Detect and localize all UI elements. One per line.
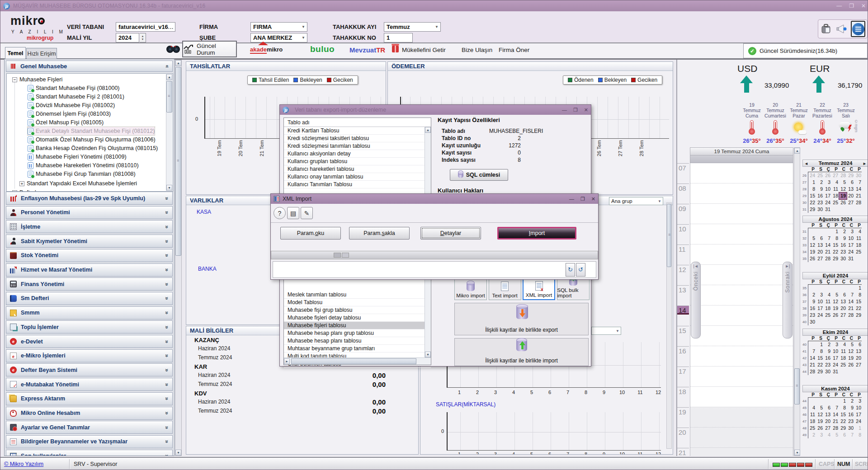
mevzuattr-logo[interactable]: MevzuatTR <box>349 46 385 54</box>
sidebar-scrollbar[interactable]: ▲ ▼ <box>175 60 182 456</box>
calendar-day[interactable]: 20 <box>816 249 824 255</box>
calendar-day[interactable]: 27 <box>816 255 824 262</box>
calendar-day[interactable]: 31 <box>847 255 854 262</box>
scroll-down-icon[interactable]: ▼ <box>794 450 800 456</box>
sidebar-item-stok-y-netimi[interactable]: Stok Yönetimi» <box>6 249 173 262</box>
calendar-day[interactable]: 28 <box>847 312 854 319</box>
calendar-day[interactable]: 9 <box>816 186 824 193</box>
table-row[interactable]: Kullanıcı aksiyonları detay <box>284 150 431 158</box>
calendar-day[interactable]: 29 <box>831 255 839 262</box>
calendar-day[interactable]: 20 <box>854 355 862 362</box>
table-row[interactable]: Model Tablosu <box>284 299 431 306</box>
calendar-day[interactable]: 25 <box>839 362 847 368</box>
help-button[interactable]: ? <box>274 207 286 219</box>
calendar-day[interactable]: 10 <box>816 298 824 305</box>
calendar-day[interactable]: 27 <box>831 172 839 179</box>
calendar-day[interactable]: 22 <box>831 249 839 255</box>
browse-button[interactable]: ... <box>168 24 174 30</box>
schedule-hour-row[interactable] <box>690 346 793 367</box>
calendar-month-title[interactable]: Ağustos 2024 <box>802 216 868 223</box>
calendar-day[interactable]: 12 <box>839 186 847 193</box>
calendar-day[interactable]: 9 <box>847 404 854 411</box>
calendar-day[interactable]: 18 <box>831 193 839 199</box>
schedule-hour-row[interactable] <box>690 326 793 346</box>
table-row[interactable]: Kullanıcı hareketleri tablosu <box>284 165 431 173</box>
calendar-day[interactable]: 11 <box>824 298 831 305</box>
calendar-day[interactable]: 24 <box>808 172 816 179</box>
sube-select[interactable]: ANA MERKEZ▼ <box>250 33 307 42</box>
dialog-titlebar[interactable]: µ Veri tabanı export-import-düzenleme — … <box>280 105 591 115</box>
sidebar-item-enflasyon-muhasebesi-ias-29-ve-spk-uyumlu-[interactable]: Enflasyon Muhasebesi (Ias-29 ve Spk Uyum… <box>6 192 173 205</box>
calendar-day[interactable]: 10 <box>824 186 831 193</box>
table-row[interactable]: Muhasebe hesap planı grup tablosu <box>284 329 431 337</box>
redo-button[interactable]: ↻ <box>566 263 575 277</box>
buluo-logo[interactable]: buluo <box>310 44 335 54</box>
table-row[interactable]: Kullanıcı onay tanımları tablosu <box>284 173 431 181</box>
schedule-hour-row[interactable] <box>690 407 793 428</box>
scroll-down-icon[interactable]: ▼ <box>175 450 181 456</box>
undo-button[interactable]: ↺ <box>576 263 585 277</box>
calendar-day[interactable]: 1 <box>854 285 862 291</box>
schedule-prev-button[interactable]: |◄Önceki <box>691 262 701 338</box>
calendar-day[interactable]: 16 <box>808 305 816 312</box>
table-row[interactable]: Muhasebe fişi grup tablosu <box>284 306 431 314</box>
import-button[interactable]: Import <box>497 227 576 240</box>
firma-oner-link[interactable]: Firma Öner <box>499 47 529 53</box>
schedule-hour-row[interactable] <box>690 265 793 285</box>
calendar-day[interactable]: 2 <box>816 179 824 186</box>
calendar-day[interactable]: 21 <box>824 249 831 255</box>
calendar-day[interactable]: 5 <box>839 179 847 186</box>
calendar-month-title[interactable]: Temmuz 2024◄► <box>802 160 868 167</box>
scroll-up-icon[interactable]: ▲ <box>166 74 172 80</box>
calendar-day[interactable]: 16 <box>824 355 831 362</box>
calendar-day[interactable]: 5 <box>831 291 839 298</box>
calendar-day[interactable]: 15 <box>808 193 816 199</box>
grup-select-2[interactable]: ▼ <box>591 327 621 335</box>
sidebar-section-genel-muhasebe[interactable]: Genel Muhasebe » <box>6 61 173 72</box>
dialog-close-button[interactable]: ✕ <box>584 107 588 113</box>
calendar-day[interactable]: 26 <box>831 312 839 319</box>
dialog-maximize-button[interactable]: ❐ <box>573 107 578 113</box>
calendar-day[interactable]: 11 <box>839 348 847 355</box>
calendar-day[interactable]: 2 <box>808 291 816 298</box>
calendar-day[interactable]: 25 <box>816 172 824 179</box>
calendar-day[interactable]: 2 <box>824 341 831 348</box>
calendar-day[interactable]: 19 <box>839 193 847 199</box>
calendar-day[interactable]: 6 <box>824 404 831 411</box>
scroll-up-icon[interactable]: ▲ <box>794 148 800 154</box>
calendar-day[interactable]: 21 <box>847 305 854 312</box>
calendar-day[interactable]: 19 <box>808 249 816 255</box>
calendar-day[interactable]: 18 <box>854 242 862 249</box>
calendar-day[interactable]: 16 <box>847 411 854 418</box>
calendar-day[interactable]: 3 <box>824 179 831 186</box>
dialog-minimize-button[interactable]: — <box>562 107 567 113</box>
calendar-day[interactable]: 14 <box>808 355 816 362</box>
calendar-day[interactable]: 26 <box>808 255 816 262</box>
calendar-day[interactable]: 30 <box>854 172 862 179</box>
schedule-scrollbar[interactable]: ▲ ▼ <box>794 147 800 456</box>
calendar-day[interactable]: 4 <box>854 228 862 235</box>
calendar-day[interactable]: 11 <box>831 186 839 193</box>
calendar-day[interactable]: 8 <box>854 432 862 438</box>
akademikro-logo[interactable]: akademikro <box>250 46 283 53</box>
calendar-day[interactable]: 4 <box>839 341 847 348</box>
table-row[interactable]: Kullanıcı grupları tablosu <box>284 158 431 165</box>
keyboard-button[interactable]: ▤ <box>287 207 299 219</box>
calendar-day[interactable]: 23 <box>847 418 854 425</box>
table-row[interactable]: Muhasebe fişleri tablosu <box>284 322 431 329</box>
calendar-month-title[interactable]: Ekim 2024 <box>802 329 868 336</box>
calendar-day[interactable]: 17 <box>824 193 831 199</box>
sidebar-item-sabit-k-ymetler-y-netimi[interactable]: Sabit Kıymetler Yönetimi» <box>6 235 173 248</box>
calendar-prev-icon[interactable]: ◄ <box>804 160 808 167</box>
scroll-down-icon[interactable]: ▼ <box>425 352 431 357</box>
calendar-day[interactable]: 17 <box>831 355 839 362</box>
schedule-hour-row[interactable] <box>690 428 793 448</box>
calendar-day[interactable]: 22 <box>816 362 824 368</box>
calendar-day[interactable]: 20 <box>824 418 831 425</box>
dialog-minimize-button[interactable]: — <box>569 196 574 202</box>
calendar-day[interactable]: 14 <box>847 298 854 305</box>
sidebar-item-finans-y-netimi[interactable]: Finans Yönetimi» <box>6 277 173 291</box>
calendar-day[interactable]: 20 <box>847 193 854 199</box>
tree-node-excel-islemleri[interactable]: +Standart Yapıdaki Excel Muhasebe İşleml… <box>19 179 137 188</box>
calendar-day[interactable]: 29 <box>847 172 854 179</box>
